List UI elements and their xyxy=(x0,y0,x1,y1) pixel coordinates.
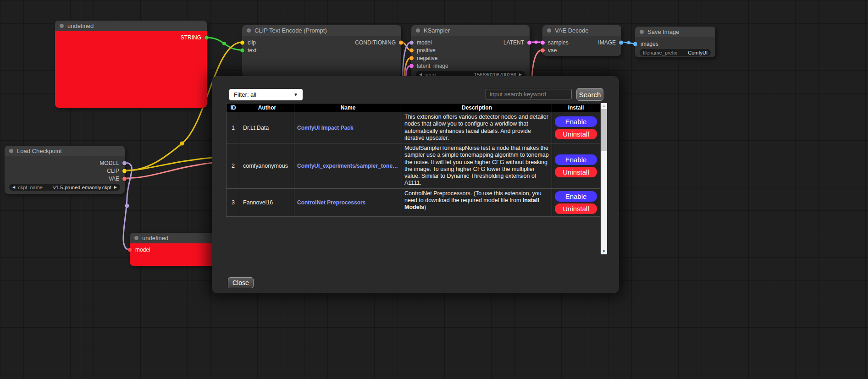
port-dot-conditioning-output[interactable] xyxy=(399,40,403,44)
port-label-clip-output: CLIP xyxy=(107,168,119,174)
node-title: Load Checkpoint xyxy=(17,148,62,154)
enable-button[interactable]: Enable xyxy=(555,191,597,202)
extension-table: ID Author Name Description Install 1 Dr.… xyxy=(226,103,600,217)
port-dot-clip-output[interactable] xyxy=(122,169,127,173)
port-dot-latent-image-input[interactable] xyxy=(409,64,414,68)
port-dot-clip-input[interactable] xyxy=(240,40,244,44)
ckpt-widget-value: v1-5-pruned-emaonly.ckpt xyxy=(53,185,111,190)
extension-link[interactable]: ComfyUI_experiments/sampler_tonemap xyxy=(297,163,399,169)
extension-link[interactable]: ComfyUI Impact Pack xyxy=(297,125,354,131)
cell-install: Enable Uninstall xyxy=(552,112,600,143)
cell-author: Dr.Lt.Data xyxy=(240,112,294,143)
filename-prefix-value: ComfyUI xyxy=(688,50,708,55)
port-label-samples: samples xyxy=(548,39,569,46)
link-dot-clip xyxy=(180,142,184,146)
uninstall-button[interactable]: Uninstall xyxy=(555,129,597,139)
port-label-latent-output: LATENT xyxy=(503,39,524,46)
cell-author: Fannovel16 xyxy=(240,189,294,217)
collapse-dot[interactable] xyxy=(247,28,251,33)
port-label-image-output: IMAGE xyxy=(598,39,616,46)
node-title-bar[interactable]: KSampler xyxy=(411,25,530,36)
manager-dialog: Filter: all ▼ Search ID Author Name Desc… xyxy=(212,76,619,293)
node-undefined-bottom[interactable]: undefined model xyxy=(130,233,221,266)
port-dot-model-output[interactable] xyxy=(122,161,127,165)
port-dot-model-input[interactable] xyxy=(409,40,414,44)
uninstall-button[interactable]: Uninstall xyxy=(555,167,597,177)
node-save-image[interactable]: Save Image images filename_prefix ComfyU… xyxy=(635,27,715,57)
ckpt-name-widget[interactable]: ◀ ckpt_name v1-5-pruned-emaonly.ckpt ▶ xyxy=(9,184,120,191)
port-dot-string-output[interactable] xyxy=(205,36,209,40)
node-clip-text-encode[interactable]: CLIP Text Encode (Prompt) clip CONDITION… xyxy=(242,25,401,77)
enable-button[interactable]: Enable xyxy=(555,154,597,165)
cell-name: ComfyUI Impact Pack xyxy=(294,112,402,143)
search-input[interactable] xyxy=(486,89,572,99)
select-caret-icon: ▼ xyxy=(293,92,298,97)
ckpt-prev-arrow-icon[interactable]: ◀ xyxy=(12,185,15,189)
cell-id: 3 xyxy=(227,189,240,217)
node-title: KSampler xyxy=(424,27,450,34)
port-label-model: model xyxy=(417,39,432,46)
ckpt-next-arrow-icon[interactable]: ▶ xyxy=(114,185,117,189)
header-install: Install xyxy=(552,104,600,112)
port-dot-model-input[interactable] xyxy=(128,248,132,252)
description-text: ) xyxy=(424,204,426,210)
collapse-dot[interactable] xyxy=(640,30,644,34)
collapse-dot[interactable] xyxy=(60,24,64,28)
cell-id: 2 xyxy=(227,143,240,189)
port-dot-vae-input[interactable] xyxy=(541,48,545,52)
search-button[interactable]: Search xyxy=(576,88,603,101)
ckpt-widget-label: ckpt_name xyxy=(18,185,43,190)
cell-name: ControlNet Preprocessors xyxy=(294,189,402,217)
node-title: CLIP Text Encode (Prompt) xyxy=(254,27,327,34)
extension-link[interactable]: ControlNet Preprocessors xyxy=(297,199,365,206)
node-title-bar[interactable]: Load Checkpoint xyxy=(5,146,125,156)
uninstall-button[interactable]: Uninstall xyxy=(555,203,597,214)
filter-selected-label: Filter: all xyxy=(234,91,256,98)
table-scrollbar[interactable]: ▲ ▼ xyxy=(601,103,607,254)
port-dot-images-input[interactable] xyxy=(633,42,637,46)
scroll-down-arrow-icon[interactable]: ▼ xyxy=(601,248,607,254)
collapse-dot[interactable] xyxy=(547,28,551,33)
port-dot-positive-input[interactable] xyxy=(409,48,414,52)
node-title-bar[interactable]: undefined xyxy=(130,233,221,243)
node-title: undefined xyxy=(142,235,168,242)
node-title-bar[interactable]: undefined xyxy=(55,21,207,31)
node-title-bar[interactable]: Save Image xyxy=(635,27,715,37)
node-title: VAE Decode xyxy=(555,27,588,34)
header-description: Description xyxy=(402,104,552,112)
scrollbar-thumb[interactable] xyxy=(601,109,607,151)
node-title-bar[interactable]: CLIP Text Encode (Prompt) xyxy=(242,25,401,36)
port-dot-samples-input[interactable] xyxy=(541,40,545,44)
cell-name: ComfyUI_experiments/sampler_tonemap xyxy=(294,143,402,189)
node-vae-decode[interactable]: VAE Decode samples IMAGE vae xyxy=(542,25,621,56)
port-dot-latent-output[interactable] xyxy=(527,40,531,44)
cell-author: comfyanonymous xyxy=(240,143,294,189)
port-dot-negative-input[interactable] xyxy=(409,56,414,60)
close-button[interactable]: Close xyxy=(228,277,254,288)
canvas-axis-horizontal xyxy=(0,310,868,310)
enable-button[interactable]: Enable xyxy=(555,116,597,127)
header-name: Name xyxy=(294,104,402,112)
link-dot-image xyxy=(627,41,630,44)
port-dot-vae-output[interactable] xyxy=(122,176,127,181)
scroll-up-arrow-icon[interactable]: ▲ xyxy=(601,103,607,109)
header-id: ID xyxy=(227,104,240,112)
collapse-dot[interactable] xyxy=(134,236,138,240)
port-dot-image-output[interactable] xyxy=(619,40,623,44)
node-title-bar[interactable]: VAE Decode xyxy=(542,25,621,36)
wire-vae-hidden xyxy=(125,162,216,178)
collapse-dot[interactable] xyxy=(416,28,420,33)
filter-select[interactable]: Filter: all ▼ xyxy=(229,89,303,100)
comfyui-canvas[interactable]: undefined STRING CLIP Text Encode (Promp… xyxy=(0,0,868,379)
filename-prefix-widget[interactable]: filename_prefix ComfyUI xyxy=(640,49,711,56)
wire-clip-hidden xyxy=(125,157,216,170)
port-label-text: text xyxy=(248,47,256,54)
cell-install: Enable Uninstall xyxy=(552,143,600,189)
node-ksampler[interactable]: KSampler model LATENT positive negative … xyxy=(411,25,530,79)
link-dot-model xyxy=(125,204,129,208)
node-undefined-top[interactable]: undefined STRING xyxy=(55,21,207,108)
node-load-checkpoint[interactable]: Load Checkpoint MODEL CLIP VAE ◀ ckpt_na… xyxy=(5,146,125,194)
port-dot-text-input[interactable] xyxy=(240,48,244,52)
node-title: undefined xyxy=(67,22,94,29)
collapse-dot[interactable] xyxy=(9,149,13,153)
